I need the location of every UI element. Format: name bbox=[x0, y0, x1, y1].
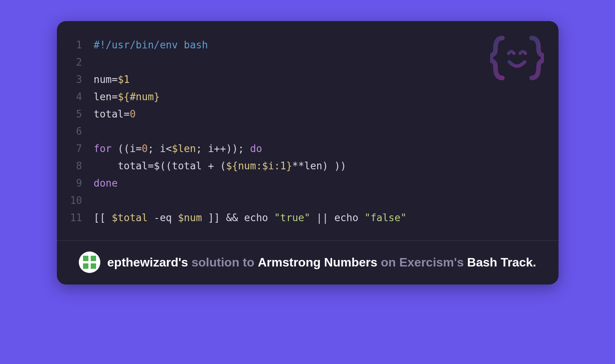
token: "true" bbox=[274, 212, 310, 223]
code-line: 3num=$1 bbox=[67, 71, 549, 88]
token: echo bbox=[244, 212, 268, 223]
line-source bbox=[94, 123, 100, 140]
token: **len) )) bbox=[292, 160, 346, 172]
token: $num bbox=[178, 212, 202, 223]
caption-solution-to: solution to bbox=[191, 255, 254, 269]
code-line: 11[[ $total -eq $num ]] && echo "true" |… bbox=[67, 209, 549, 227]
line-number: 3 bbox=[67, 71, 94, 88]
token: (( bbox=[111, 143, 130, 154]
line-number: 5 bbox=[67, 106, 94, 123]
caption-track: Bash Track. bbox=[467, 255, 536, 269]
line-number: 4 bbox=[67, 88, 94, 106]
token: $len bbox=[172, 143, 196, 154]
caption-username: epthewizard's bbox=[107, 255, 188, 269]
line-source: #!/usr/bin/env bash bbox=[94, 36, 208, 54]
token: ${num:$i:1} bbox=[226, 160, 292, 172]
line-number: 6 bbox=[67, 123, 94, 140]
token bbox=[94, 160, 118, 172]
token bbox=[268, 212, 274, 223]
line-source: [[ $total -eq $num ]] && echo "true" || … bbox=[94, 209, 407, 227]
token: ; i++)); bbox=[196, 143, 250, 154]
line-source bbox=[94, 192, 100, 209]
avatar-icon bbox=[83, 256, 96, 269]
token: $1 bbox=[118, 74, 130, 85]
token: len= bbox=[94, 91, 118, 103]
token: total= bbox=[94, 108, 130, 120]
token: $total bbox=[111, 212, 148, 223]
token: echo bbox=[334, 212, 359, 223]
line-source: num=$1 bbox=[94, 71, 130, 88]
line-number: 1 bbox=[67, 36, 94, 54]
caption-footer: epthewizard's solution to Armstrong Numb… bbox=[67, 241, 549, 273]
line-source: total=$((total + (${num:$i:1}**len) )) bbox=[94, 157, 346, 175]
line-number: 11 bbox=[67, 209, 94, 227]
caption-text: epthewizard's solution to Armstrong Numb… bbox=[107, 255, 536, 270]
code-line: 6 bbox=[67, 123, 549, 140]
token bbox=[358, 212, 364, 223]
token: [[ bbox=[94, 212, 112, 223]
token: 0 bbox=[130, 108, 136, 120]
code-line: 10 bbox=[67, 192, 549, 209]
line-source: total=0 bbox=[94, 106, 136, 123]
line-source: len=${#num} bbox=[94, 88, 160, 106]
token: $((total + ( bbox=[154, 160, 226, 172]
caption-exercise: Armstrong Numbers bbox=[258, 255, 377, 269]
token: num= bbox=[94, 74, 118, 85]
token: || bbox=[310, 212, 334, 223]
line-number: 9 bbox=[67, 175, 94, 192]
token: -eq bbox=[148, 212, 178, 223]
code-line: 9done bbox=[67, 175, 549, 192]
line-source: done bbox=[94, 175, 118, 192]
code-line: 4len=${#num} bbox=[67, 88, 549, 106]
line-number: 7 bbox=[67, 140, 94, 157]
line-number: 10 bbox=[67, 192, 94, 209]
token: total= bbox=[118, 160, 154, 172]
token: done bbox=[94, 177, 118, 189]
token: ; i< bbox=[148, 143, 172, 154]
avatar bbox=[79, 251, 100, 273]
token: i= bbox=[130, 143, 141, 154]
token: "false" bbox=[364, 212, 407, 223]
line-source: for ((i=0; i<$len; i++)); do bbox=[94, 140, 262, 157]
token: do bbox=[250, 143, 262, 154]
token: #!/usr/bin/env bash bbox=[94, 39, 208, 51]
line-number: 8 bbox=[67, 157, 94, 175]
line-number: 2 bbox=[67, 54, 94, 71]
code-line: 5total=0 bbox=[67, 106, 549, 123]
token: for bbox=[94, 143, 112, 154]
line-source bbox=[94, 54, 100, 71]
token: 0 bbox=[142, 143, 148, 154]
code-line: 1#!/usr/bin/env bash bbox=[67, 36, 549, 54]
caption-on-exercism: on Exercism's bbox=[381, 255, 464, 269]
token: ]] && bbox=[202, 212, 244, 223]
code-line: 7for ((i=0; i<$len; i++)); do bbox=[67, 140, 549, 157]
code-line: 2 bbox=[67, 54, 549, 71]
code-block: 1#!/usr/bin/env bash2 3num=$14len=${#num… bbox=[67, 36, 549, 227]
code-line: 8 total=$((total + (${num:$i:1}**len) )) bbox=[67, 157, 549, 175]
token: ${#num} bbox=[118, 91, 160, 103]
code-card: 1#!/usr/bin/env bash2 3num=$14len=${#num… bbox=[57, 21, 558, 285]
